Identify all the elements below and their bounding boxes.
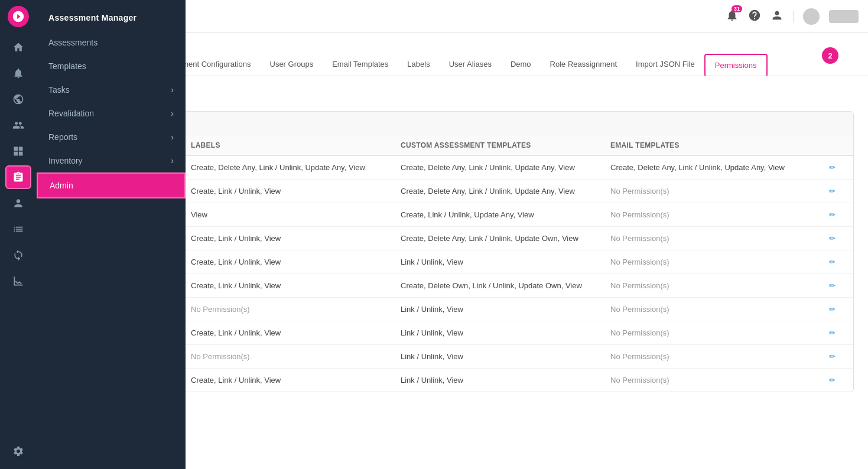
- email-templates-perm: No Permission(s): [610, 187, 820, 196]
- dropdown-item-assessments[interactable]: Assessments: [37, 31, 186, 54]
- dropdown-item-admin[interactable]: Admin: [37, 172, 186, 198]
- custom-templates-perm: Create, Delete Own, Link / Unlink, Updat…: [401, 281, 610, 290]
- labels-perm: Create, Link / Unlink, View: [191, 281, 401, 290]
- custom-templates-perm: Link / Unlink, View: [401, 258, 610, 266]
- labels-perm: View: [191, 210, 401, 219]
- edit-button[interactable]: ✏: [829, 163, 836, 172]
- sidebar-item-home[interactable]: [5, 35, 31, 59]
- help-button[interactable]: [748, 9, 761, 24]
- edit-button[interactable]: ✏: [829, 281, 836, 290]
- dropdown-item-templates[interactable]: Templates: [37, 54, 186, 78]
- sidebar-item-list[interactable]: [5, 217, 31, 241]
- email-templates-perm: No Permission(s): [610, 210, 820, 219]
- tab-labels[interactable]: Labels: [398, 54, 439, 76]
- custom-templates-perm: Link / Unlink, View: [401, 328, 610, 337]
- app-logo[interactable]: [8, 6, 29, 27]
- edit-button[interactable]: ✏: [829, 234, 836, 243]
- labels-perm: Create, Link / Unlink, View: [191, 376, 401, 385]
- labels-perm: Create, Link / Unlink, View: [191, 187, 401, 196]
- email-templates-perm: Create, Delete Any, Link / Unlink, Updat…: [610, 163, 820, 172]
- custom-templates-perm: Create, Delete Any, Link / Unlink, Updat…: [401, 234, 610, 243]
- sidebar: [0, 0, 37, 469]
- col-email-templates: Email Templates: [610, 141, 820, 149]
- edit-button[interactable]: ✏: [829, 210, 836, 219]
- labels-perm: No Permission(s): [191, 352, 401, 361]
- badge-2: 2: [822, 47, 838, 64]
- sidebar-item-gear[interactable]: [5, 439, 31, 463]
- dropdown-item-revalidation[interactable]: Revalidation ›: [37, 102, 186, 125]
- tab-user-groups[interactable]: User Groups: [261, 54, 323, 76]
- labels-perm: Create, Link / Unlink, View: [191, 234, 401, 243]
- tab-permissions[interactable]: Permissions: [704, 54, 768, 76]
- edit-button[interactable]: ✏: [829, 376, 836, 385]
- custom-templates-perm: Link / Unlink, View: [401, 305, 610, 314]
- custom-templates-perm: Create, Link / Unlink, Update Any, View: [401, 210, 610, 219]
- edit-button[interactable]: ✏: [829, 328, 836, 337]
- edit-button[interactable]: ✏: [829, 305, 836, 314]
- dropdown-title: Assessment Manager: [37, 5, 186, 31]
- dropdown-item-inventory[interactable]: Inventory ›: [37, 149, 186, 172]
- col-custom-templates: Custom Assessment Templates: [401, 141, 610, 149]
- dropdown-item-tasks[interactable]: Tasks ›: [37, 78, 186, 102]
- dropdown-menu: Assessment Manager Assessments Templates…: [37, 0, 186, 469]
- email-templates-perm: No Permission(s): [610, 305, 820, 314]
- tab-demo[interactable]: Demo: [501, 54, 541, 76]
- email-templates-perm: No Permission(s): [610, 328, 820, 337]
- tab-import-json-file[interactable]: Import JSON File: [626, 54, 704, 76]
- email-templates-perm: No Permission(s): [610, 258, 820, 266]
- topbar-right: 31: [726, 8, 859, 25]
- custom-templates-perm: Create, Delete Any, Link / Unlink, Updat…: [401, 187, 610, 196]
- labels-perm: Create, Link / Unlink, View: [191, 258, 401, 266]
- sidebar-item-person[interactable]: [5, 191, 31, 215]
- custom-templates-perm: Create, Delete Any, Link / Unlink, Updat…: [401, 163, 610, 172]
- sidebar-item-users[interactable]: [5, 113, 31, 137]
- custom-templates-perm: Link / Unlink, View: [401, 376, 610, 385]
- labels-perm: Create, Link / Unlink, View: [191, 328, 401, 337]
- sidebar-item-chart[interactable]: [5, 269, 31, 293]
- edit-button[interactable]: ✏: [829, 258, 836, 266]
- tab-email-templates[interactable]: Email Templates: [323, 54, 398, 76]
- col-labels: Labels: [191, 141, 401, 149]
- email-templates-perm: No Permission(s): [610, 234, 820, 243]
- labels-perm: Create, Delete Any, Link / Unlink, Updat…: [191, 163, 401, 172]
- sidebar-item-refresh[interactable]: [5, 243, 31, 267]
- edit-button[interactable]: ✏: [829, 352, 836, 361]
- user-avatar: [803, 8, 820, 25]
- email-templates-perm: No Permission(s): [610, 352, 820, 361]
- tab-user-aliases[interactable]: User Aliases: [440, 54, 501, 76]
- user-menu-button[interactable]: [771, 9, 784, 24]
- email-templates-perm: No Permission(s): [610, 281, 820, 290]
- topbar-divider: [793, 11, 794, 22]
- col-actions: [820, 141, 844, 149]
- notification-count: 31: [732, 5, 742, 12]
- edit-button[interactable]: ✏: [829, 187, 836, 196]
- sidebar-item-bell[interactable]: [5, 61, 31, 85]
- tab-role-reassignment[interactable]: Role Reassignment: [541, 54, 626, 76]
- notification-button[interactable]: 31: [726, 9, 739, 24]
- sidebar-item-grid[interactable]: [5, 139, 31, 163]
- labels-perm: No Permission(s): [191, 305, 401, 314]
- dropdown-item-reports[interactable]: Reports ›: [37, 125, 186, 149]
- user-avatar-2: [829, 10, 859, 23]
- sidebar-item-clipboard[interactable]: [5, 165, 31, 189]
- custom-templates-perm: Link / Unlink, View: [401, 352, 610, 361]
- sidebar-item-globe[interactable]: [5, 87, 31, 111]
- email-templates-perm: No Permission(s): [610, 376, 820, 385]
